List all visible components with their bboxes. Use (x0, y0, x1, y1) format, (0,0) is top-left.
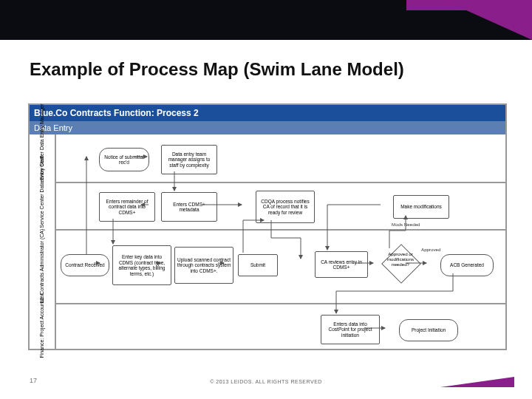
node-contract-received: Contract Received (61, 254, 109, 276)
lane-divider (55, 182, 505, 183)
header-accent-wedge (443, 0, 532, 40)
lane-label-finance: Finance: Project Accountant (30, 303, 56, 349)
footer-accent (426, 371, 514, 387)
edge-label-approved: Approved (421, 247, 441, 252)
node-assign: Data entry team manager assigns to staff… (161, 145, 217, 174)
node-cdqa: CDQA process notifies CA of record that … (256, 191, 315, 223)
node-notice: Notice of submittal rec'd (99, 148, 149, 171)
node-costpoint: Enters data into CostPoint for project i… (321, 315, 380, 344)
node-acb: ACB Generated (440, 254, 494, 276)
lane-divider (55, 229, 505, 231)
slide-title: Example of Process Map (Swim Lane Model) (30, 59, 404, 80)
node-careview: CA reviews entry in CDMS+ (315, 251, 368, 278)
node-metadata: Enters CDMS+ metadata (161, 192, 217, 222)
swimlane-header: Blue.Co Contracts Function: Process 2 (30, 105, 505, 121)
swimlane-container: Blue.Co Contracts Function: Process 2 Da… (28, 103, 507, 350)
lane-label-l1-staff: L1: Shared Service Center Data Entry Sta… (30, 182, 56, 229)
node-upload: Upload scanned contract through contract… (174, 247, 233, 284)
lane-divider (55, 303, 505, 304)
lanes-area: L1: Shared Service Center Data Entry Man… (30, 134, 505, 349)
node-makemods: Make modifications (393, 195, 449, 219)
edge-label-mods: Mods Needed (392, 222, 420, 227)
node-remainder: Enters remainder of contract data into C… (99, 192, 155, 222)
node-keydata: Enter key data into CDMS (contract type,… (112, 245, 171, 285)
node-decision-label: Approved or modifications needed? (378, 251, 423, 267)
swimlane-subheader: Data Entry (30, 121, 505, 134)
node-submit: Submit (238, 254, 278, 276)
node-projinit: Project Initiation (399, 319, 458, 341)
lane-label-l2-ca: L2: Contracts Administrator (CA) (30, 229, 56, 303)
